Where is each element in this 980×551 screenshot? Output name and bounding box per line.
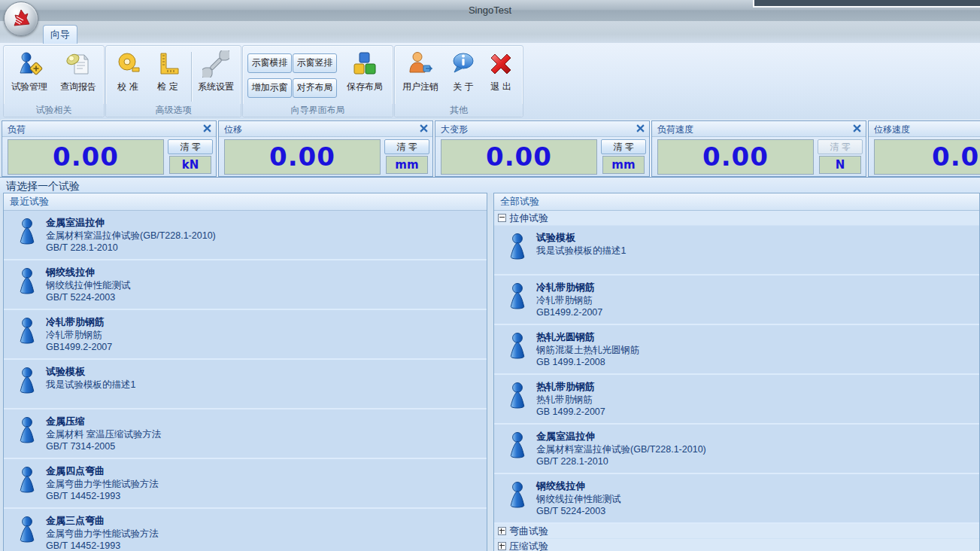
test-item[interactable]: 金属室温拉伸 金属材料室温拉伸试验(GB/T228.1-2010) GB/T 2… [494, 425, 979, 474]
app-menu-orb[interactable] [4, 2, 38, 36]
test-item[interactable]: 钢绞线拉伸 钢绞线拉伸性能测试 GB/T 5224-2003 [4, 260, 487, 310]
button-label: 检 定 [157, 81, 177, 93]
group-caption: 高级选项 [106, 104, 241, 117]
clear-zero-button[interactable]: 清 零 [601, 139, 646, 154]
meter-value: 0.00 [8, 139, 164, 175]
meter-title: 大变形 [441, 123, 468, 136]
test-standard: GB/T 228.1-2010 [46, 242, 118, 253]
test-pawn-icon [17, 267, 38, 296]
test-item[interactable]: 金属压缩 金属材料 室温压缩试验方法 GB/T 7314-2005 [4, 409, 487, 459]
clear-zero-button: 清 零 [818, 139, 863, 154]
meter-row: 负荷 0.00 清 零 kN 位移 0.00 清 零 mm 大变形 0.00 清… [0, 119, 980, 177]
calibrate-button[interactable]: 校 准 [109, 49, 147, 102]
system-settings-button[interactable]: 系统设置 [192, 49, 240, 102]
expand-icon[interactable] [498, 527, 506, 535]
exit-button[interactable]: 退 出 [482, 49, 520, 102]
align-layout-button[interactable]: 对齐布局 [293, 78, 337, 98]
test-item[interactable]: 金属室温拉伸 金属材料室温拉伸试验(GB/T228.1-2010) GB/T 2… [4, 211, 487, 260]
collapse-icon[interactable] [498, 214, 506, 222]
prompt-bar: 请选择一个试验 [0, 177, 980, 193]
about-button[interactable]: 关 于 [444, 49, 482, 102]
test-manage-button[interactable]: 试验管理 [5, 49, 53, 102]
add-window-button[interactable]: 增加示窗 [247, 78, 292, 98]
test-item[interactable]: 冷轧带肋钢筋 冷轧带肋钢筋 GB1499.2-2007 [494, 276, 979, 325]
wrench-icon [202, 50, 229, 78]
meter-value: 0.00 [657, 139, 814, 175]
meter-unit: mm [386, 156, 428, 174]
user-logout-button[interactable]: 用户注销 [396, 49, 444, 102]
test-item[interactable]: 试验模板 我是试验模板的描述1 [494, 226, 979, 276]
test-pawn-icon [17, 416, 38, 445]
test-desc: 我是试验模板的描述1 [46, 379, 135, 391]
tree-label: 弯曲试验 [509, 525, 548, 537]
test-pawn-icon [17, 367, 38, 395]
test-item[interactable]: 试验模板 我是试验模板的描述1 [4, 360, 487, 409]
windows-horizontal-button[interactable]: 示窗横排 [247, 53, 292, 73]
meter-value: 0.00 [441, 139, 597, 175]
test-item[interactable]: 热轧带肋钢筋 热轧带肋钢筋 GB 1499.2-2007 [494, 375, 979, 425]
test-title: 试验模板 [46, 365, 85, 379]
test-item[interactable]: 冷轧带肋钢筋 冷轧带肋钢筋 GB1499.2-2007 [4, 310, 487, 360]
verify-button[interactable]: 检 定 [149, 49, 187, 102]
test-standard: GB1499.2-2007 [536, 307, 602, 318]
save-layout-button[interactable]: 保存布局 [341, 49, 389, 102]
meter-value: 0.00 [224, 139, 381, 175]
meter-title: 位移 [224, 123, 242, 136]
query-report-button[interactable]: 查询报告 [54, 49, 102, 102]
close-icon[interactable] [420, 124, 428, 132]
test-pawn-icon [507, 332, 528, 361]
test-pawn-icon [507, 481, 528, 510]
test-standard: GB/T 5224-2003 [46, 292, 115, 303]
expand-icon[interactable] [498, 542, 506, 550]
all-tests-header: 全部试验 [494, 193, 979, 211]
meter-title: 负荷 [8, 123, 26, 136]
cubes-icon [351, 50, 378, 78]
meter-panel-displacement: 位移 0.00 清 零 mm [218, 120, 433, 177]
windows-vertical-button[interactable]: 示窗竖排 [293, 53, 337, 73]
test-desc: 冷轧带肋钢筋 [536, 294, 593, 307]
tree-node-tensile[interactable]: 拉伸试验 [494, 211, 979, 226]
button-label: 系统设置 [198, 81, 234, 93]
meter-unit: N [819, 156, 861, 174]
tree-node-bending[interactable]: 弯曲试验 [494, 524, 979, 539]
close-icon[interactable] [853, 124, 861, 132]
test-item[interactable]: 热轧光圆钢筋 钢筋混凝土热轧光圆钢筋 GB 1499.1-2008 [494, 325, 979, 375]
recent-tests-header: 最近试验 [4, 193, 487, 211]
test-desc: 金属材料 室温压缩试验方法 [46, 428, 161, 441]
background-window-edge [753, 0, 980, 8]
test-item[interactable]: 金属四点弯曲 金属弯曲力学性能试验方法 GB/T 14452-1993 [4, 459, 487, 509]
test-desc: 钢绞线拉伸性能测试 [536, 493, 621, 506]
clear-zero-button[interactable]: 清 零 [168, 139, 213, 154]
test-standard: GB/T 5224-2003 [536, 506, 605, 516]
test-pawn-icon [507, 233, 528, 261]
clear-zero-button[interactable]: 清 零 [384, 139, 429, 154]
ruler-icon [154, 50, 181, 78]
test-standard: GB1499.2-2007 [46, 342, 112, 352]
test-standard: GB 1499.1-2008 [536, 357, 605, 367]
prompt-text: 请选择一个试验 [6, 180, 80, 193]
test-pawn-icon [17, 317, 38, 346]
group-caption: 试验相关 [4, 104, 104, 117]
test-title: 热轧光圆钢筋 [536, 330, 595, 344]
test-pawn-icon [17, 516, 38, 544]
test-desc: 我是试验模板的描述1 [536, 245, 626, 257]
test-pawn-icon [17, 218, 38, 246]
test-manage-icon [16, 50, 43, 78]
query-report-icon [65, 50, 92, 78]
test-desc: 钢绞线拉伸性能测试 [46, 279, 131, 292]
test-title: 热轧带肋钢筋 [536, 380, 595, 394]
app-logo-icon [10, 8, 32, 30]
tab-wizard[interactable]: 向导 [43, 25, 77, 44]
test-item[interactable]: 钢绞线拉伸 钢绞线拉伸性能测试 GB/T 5224-2003 [494, 474, 979, 524]
recent-tests-panel: 最近试验 金属室温拉伸 金属材料室温拉伸试验(GB/T228.1-2010) G… [3, 193, 487, 551]
test-title: 金属三点弯曲 [46, 514, 105, 528]
close-icon[interactable] [636, 124, 645, 132]
test-title: 金属室温拉伸 [46, 216, 105, 230]
test-desc: 热轧带肋钢筋 [536, 394, 593, 406]
button-label: 关 于 [453, 81, 473, 93]
tree-node-compression[interactable]: 压缩试验 [494, 539, 979, 551]
meter-panel-displacement-speed: 位移速度 0.00 [868, 120, 980, 177]
close-icon[interactable] [203, 124, 211, 132]
test-item[interactable]: 金属三点弯曲 金属弯曲力学性能试验方法 GB/T 14452-1993 [4, 509, 487, 551]
ribbon-group-advanced-options: 校 准 检 定 系统设置 高级选项 [105, 45, 241, 117]
